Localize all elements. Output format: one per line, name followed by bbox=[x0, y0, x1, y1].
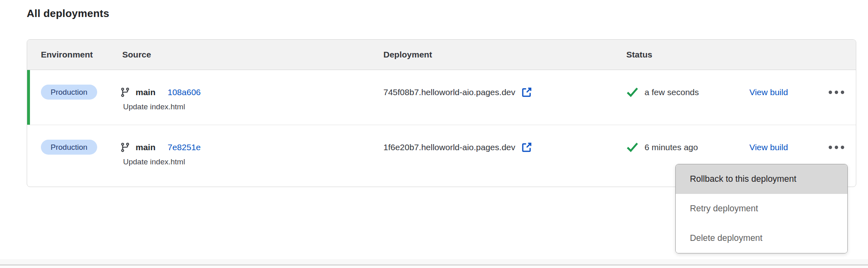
check-icon bbox=[626, 142, 638, 153]
column-header-status: Status bbox=[626, 50, 723, 60]
status-time: 6 minutes ago bbox=[645, 143, 698, 152]
ellipsis-icon bbox=[828, 90, 845, 94]
page-title: All deployments bbox=[27, 7, 109, 20]
branch-name: main bbox=[136, 143, 155, 152]
commit-message: Update index.html bbox=[120, 102, 383, 111]
check-icon bbox=[626, 87, 638, 98]
deployment-actions-menu: Rollback to this deployment Retry deploy… bbox=[675, 164, 848, 253]
menu-item-retry[interactable]: Retry deployment bbox=[676, 194, 847, 223]
deployment-url: 1f6e20b7.helloworld-aio.pages.dev bbox=[383, 143, 515, 152]
menu-item-delete[interactable]: Delete deployment bbox=[676, 223, 847, 253]
more-actions-button[interactable] bbox=[828, 88, 845, 97]
section-divider-band bbox=[0, 259, 868, 264]
external-link-icon[interactable] bbox=[521, 86, 533, 98]
section-divider-below bbox=[0, 266, 868, 268]
more-actions-button-open[interactable] bbox=[828, 143, 845, 152]
current-deployment-indicator bbox=[27, 70, 30, 125]
column-header-deployment: Deployment bbox=[383, 50, 626, 60]
commit-message: Update index.html bbox=[120, 157, 383, 166]
view-build-link[interactable]: View build bbox=[749, 87, 788, 97]
git-branch-icon bbox=[120, 142, 130, 153]
ellipsis-icon bbox=[828, 145, 845, 149]
deployment-row-current: Production main 108a606 Update index.htm… bbox=[27, 70, 856, 125]
table-header-row: Environment Source Deployment Status bbox=[27, 40, 856, 70]
commit-link[interactable]: 108a606 bbox=[168, 87, 201, 97]
view-build-link[interactable]: View build bbox=[749, 143, 788, 152]
branch-name: main bbox=[136, 87, 155, 97]
commit-link[interactable]: 7e8251e bbox=[168, 143, 201, 152]
environment-badge: Production bbox=[41, 85, 97, 100]
column-header-source: Source bbox=[120, 50, 383, 60]
status-time: a few seconds bbox=[645, 87, 699, 97]
external-link-icon[interactable] bbox=[521, 141, 533, 153]
environment-badge: Production bbox=[41, 140, 97, 155]
menu-item-rollback[interactable]: Rollback to this deployment bbox=[676, 164, 847, 194]
git-branch-icon bbox=[120, 87, 130, 98]
deployment-url: 745f08b7.helloworld-aio.pages.dev bbox=[383, 87, 515, 97]
column-header-environment: Environment bbox=[27, 50, 120, 60]
